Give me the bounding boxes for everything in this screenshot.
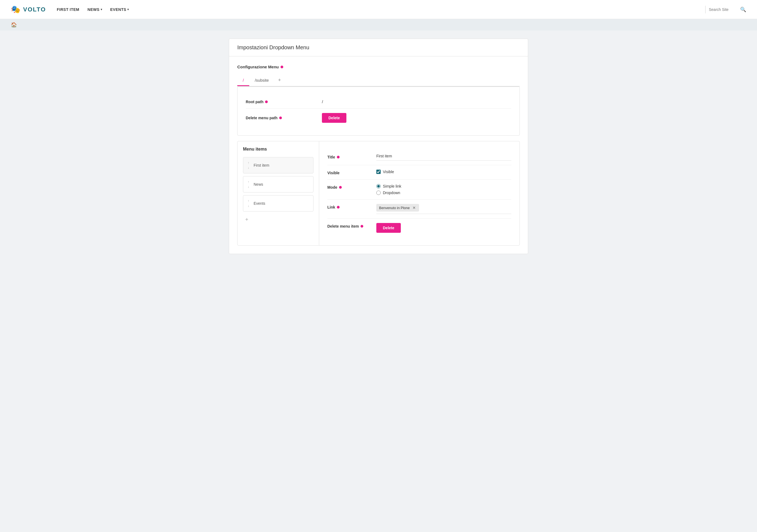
menu-item-name: First item — [254, 163, 269, 168]
link-label: Link — [327, 204, 376, 209]
logo-text: VOLTO — [23, 6, 46, 13]
arrow-group: ↑ ↓ — [247, 161, 250, 170]
card-header: Impostazioni Dropdown Menu — [229, 39, 528, 56]
delete-menu-item-row: Delete menu item Delete — [327, 219, 511, 237]
root-path-label: Root path — [246, 100, 322, 104]
nav-item-news[interactable]: NEWS ▾ — [88, 7, 102, 12]
search-button[interactable]: 🔍 — [740, 7, 746, 13]
tab-subsite[interactable]: /subsite — [249, 75, 274, 86]
inner-card: Root path / Delete menu path Delete — [237, 87, 520, 136]
menu-items-section: Menu items ↑ ↓ First item ↑ ↓ — [237, 141, 520, 246]
arrow-group: ↑ ↓ — [247, 180, 250, 189]
right-panel: Title First item Visible — [319, 141, 520, 245]
delete-menu-item-button[interactable]: Delete — [376, 223, 401, 233]
tab-root[interactable]: / — [237, 75, 249, 86]
delete-menu-path-button[interactable]: Delete — [322, 113, 347, 123]
arrow-group: ↑ ↓ — [247, 199, 250, 208]
title-label: Title — [327, 154, 376, 159]
card-body: Configurazione Menu / /subsite + Root pa… — [229, 56, 528, 254]
mode-label: Mode — [327, 184, 376, 190]
left-panel: Menu items ↑ ↓ First item ↑ ↓ — [237, 141, 319, 245]
logo-icon: 🎭 — [11, 5, 20, 14]
visible-checkbox-label: Visible — [383, 170, 394, 174]
move-down-button[interactable]: ↓ — [247, 166, 250, 170]
remove-link-button[interactable]: ✕ — [412, 205, 416, 210]
radio-simple-link-input[interactable] — [376, 184, 381, 188]
required-dot — [265, 101, 268, 103]
list-item[interactable]: ↑ ↓ News — [243, 176, 314, 193]
menu-items-title: Menu items — [243, 147, 314, 152]
required-dot — [361, 225, 363, 228]
list-item[interactable]: ↑ ↓ Events — [243, 195, 314, 211]
required-dot — [281, 66, 283, 68]
radio-dropdown[interactable]: Dropdown — [376, 191, 401, 195]
search-input[interactable] — [705, 6, 738, 13]
menu-item-name: Events — [254, 201, 265, 205]
radio-dropdown-input[interactable] — [376, 191, 381, 195]
delete-menu-item-label: Delete menu item — [327, 223, 376, 229]
visible-checkbox[interactable] — [376, 170, 381, 174]
required-dot — [339, 186, 342, 189]
move-up-button[interactable]: ↑ — [247, 161, 250, 165]
required-dot — [279, 116, 282, 119]
nav-item-first[interactable]: FIRST ITEM — [57, 7, 79, 12]
move-down-button[interactable]: ↓ — [247, 203, 250, 208]
logo[interactable]: 🎭 VOLTO — [11, 5, 46, 14]
root-path-value: / — [322, 99, 511, 104]
tab-add-button[interactable]: + — [274, 75, 285, 87]
delete-menu-path-row: Delete menu path Delete — [246, 109, 511, 127]
list-item[interactable]: ↑ ↓ First item — [243, 157, 314, 173]
title-row: Title First item — [327, 149, 511, 165]
card-title: Impostazioni Dropdown Menu — [237, 45, 309, 50]
link-row: Link Benvenuto in Plone ✕ — [327, 200, 511, 219]
chevron-down-icon: ▾ — [101, 8, 102, 11]
main-nav: FIRST ITEM NEWS ▾ EVENTS ▾ — [57, 7, 694, 12]
search-area: 🔍 — [705, 6, 746, 13]
link-tag: Benvenuto in Plone ✕ — [376, 204, 419, 211]
add-menu-item-button[interactable]: + — [243, 214, 251, 225]
mode-radio-group: Simple link Dropdown — [376, 184, 401, 195]
move-up-button[interactable]: ↑ — [247, 199, 250, 203]
home-icon[interactable]: 🏠 — [11, 22, 17, 27]
delete-menu-item-value: Delete — [376, 223, 401, 233]
move-up-button[interactable]: ↑ — [247, 180, 250, 184]
main-content: Impostazioni Dropdown Menu Configurazion… — [0, 30, 757, 262]
chevron-down-icon: ▾ — [127, 8, 129, 11]
breadcrumb-bar: 🏠 — [0, 19, 757, 30]
visible-label: Visible — [327, 170, 376, 175]
tabs: / /subsite + — [237, 75, 520, 87]
section-label: Configurazione Menu — [237, 65, 520, 69]
delete-menu-path-label: Delete menu path — [246, 116, 322, 120]
header: 🎭 VOLTO FIRST ITEM NEWS ▾ EVENTS ▾ 🔍 — [0, 0, 757, 19]
settings-card: Impostazioni Dropdown Menu Configurazion… — [229, 39, 528, 254]
nav-item-events[interactable]: EVENTS ▾ — [110, 7, 129, 12]
root-path-row: Root path / — [246, 95, 511, 109]
visible-row: Visible Visible — [327, 165, 511, 180]
move-down-button[interactable]: ↓ — [247, 185, 250, 189]
delete-menu-path-value: Delete — [322, 113, 511, 123]
title-value-area: First item — [376, 154, 511, 161]
link-value-area: Benvenuto in Plone ✕ — [376, 204, 511, 214]
visible-checkbox-area: Visible — [376, 170, 394, 174]
required-dot — [337, 206, 340, 208]
menu-item-name: News — [254, 182, 263, 186]
radio-simple-link[interactable]: Simple link — [376, 184, 401, 188]
required-dot — [337, 156, 340, 158]
mode-row: Mode Simple link Dropdown — [327, 180, 511, 200]
